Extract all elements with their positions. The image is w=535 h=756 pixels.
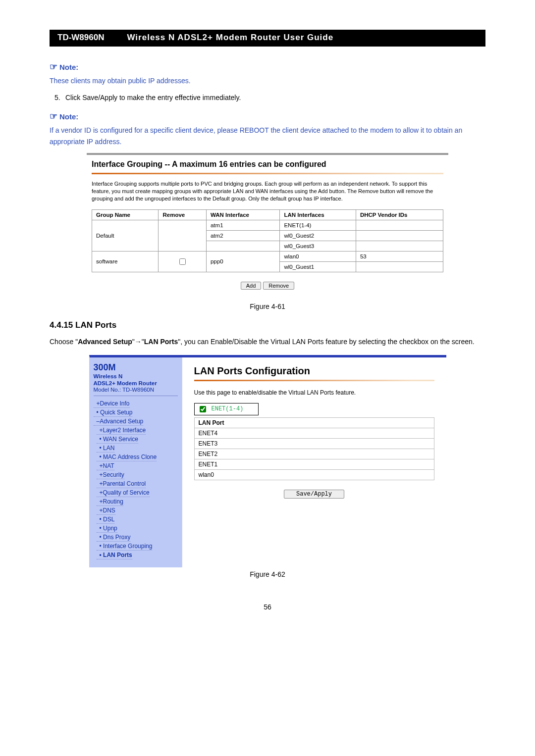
nav-item[interactable]: Quick Setup: [94, 409, 133, 417]
hand-icon: ☞: [50, 62, 57, 72]
fig1-title: Interface Grouping -- A maximum 16 entri…: [92, 160, 443, 169]
orange-divider: [194, 380, 434, 381]
figure-4-61: Interface Grouping -- A maximum 16 entri…: [87, 153, 448, 300]
nav-item[interactable]: Upnp: [97, 525, 117, 533]
orange-divider: [92, 173, 443, 174]
table-row: software ppp0 wlan0 53: [92, 251, 443, 261]
doc-header: TD-W8960N Wireless N ADSL2+ Modem Router…: [50, 30, 485, 47]
fig1-desc: Interface Grouping supports multiple por…: [92, 180, 443, 202]
brand-300m: 300M: [94, 362, 178, 373]
nav-item[interactable]: Device Info: [94, 400, 130, 408]
header-model: TD-W8960N: [50, 30, 112, 46]
table-row: ENET2: [194, 449, 434, 459]
nav-item[interactable]: DNS: [97, 507, 115, 515]
table-row: wlan0: [194, 469, 434, 480]
nav-item[interactable]: Quality of Service: [97, 489, 150, 497]
save-apply-button[interactable]: Save/Apply: [284, 490, 344, 499]
figure-4-62: 300M Wireless N ADSL2+ Modem Router Mode…: [89, 355, 446, 568]
add-button[interactable]: Add: [241, 282, 262, 290]
table-row: Default atm1 ENET(1-4): [92, 220, 443, 230]
section-intro: Choose "Advanced Setup"→"LAN Ports", you…: [50, 336, 485, 348]
section-heading: 4.4.15 LAN Ports: [50, 320, 485, 330]
remove-checkbox[interactable]: [179, 258, 186, 265]
enet-checkbox[interactable]: [200, 406, 206, 412]
remove-button[interactable]: Remove: [263, 282, 294, 290]
lan-port-table: LAN Port ENET4ENET3ENET2ENET1wlan0: [194, 417, 434, 480]
nav-item[interactable]: MAC Address Clone: [97, 454, 157, 461]
header-title: Wireless N ADSL2+ Modem Router User Guid…: [112, 30, 485, 46]
page-number: 56: [50, 603, 485, 611]
nav-item[interactable]: Interface Grouping: [97, 543, 153, 551]
nav-item[interactable]: Security: [97, 471, 124, 479]
step-5: 5. Click Save/Apply to make the entry ef…: [54, 92, 485, 104]
nav-item[interactable]: Layer2 Interface: [97, 427, 146, 435]
interface-grouping-table: Group Name Remove WAN Interface LAN Inte…: [92, 209, 443, 272]
nav-item[interactable]: WAN Service: [97, 436, 138, 444]
device-main: LAN Ports Configuration Use this page to…: [182, 357, 446, 568]
enet-enable-box: ENET(1-4): [194, 403, 259, 415]
nav-item[interactable]: Advanced Setup: [94, 418, 144, 426]
fig2-caption: Figure 4-62: [50, 570, 485, 578]
nav-item[interactable]: LAN Ports: [97, 552, 132, 559]
fig1-caption: Figure 4-61: [50, 302, 485, 310]
table-row: ENET3: [194, 438, 434, 449]
nav-item[interactable]: Parental Control: [97, 480, 146, 488]
nav-item[interactable]: NAT: [97, 462, 114, 470]
nav-item[interactable]: Dns Proxy: [97, 534, 131, 542]
note-label-1: ☞Note:: [50, 61, 485, 72]
table-row: ENET1: [194, 459, 434, 469]
note-label-2: ☞Note:: [50, 111, 485, 122]
hand-icon: ☞: [50, 111, 57, 121]
nav-item[interactable]: DSL: [97, 516, 115, 524]
note-text-2: If a vendor ID is configured for a speci…: [50, 125, 485, 149]
table-row: ENET4: [194, 428, 434, 438]
lan-ports-desc: Use this page to enable/disable the Virt…: [194, 389, 434, 396]
nav-item[interactable]: LAN: [97, 445, 115, 453]
note-text-1: These clients may obtain public IP addre…: [50, 75, 485, 87]
nav-item[interactable]: Routing: [97, 498, 123, 506]
device-nav: 300M Wireless N ADSL2+ Modem Router Mode…: [90, 357, 182, 568]
lan-ports-title: LAN Ports Configuration: [194, 365, 434, 377]
